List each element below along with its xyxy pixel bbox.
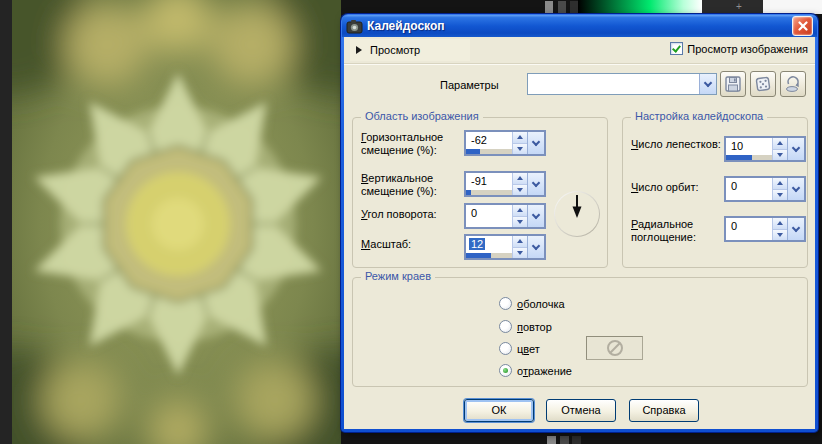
combo-dropdown-button[interactable] (699, 74, 716, 94)
slider-dropdown-button[interactable] (527, 132, 544, 154)
spin-up-button[interactable] (513, 173, 527, 185)
orbit-count-spinner[interactable]: 0 (724, 176, 806, 202)
down-arrow-icon (777, 153, 783, 157)
radio-reflect[interactable]: отражение (499, 363, 572, 378)
value-slider-fill (466, 190, 471, 195)
randomize-button[interactable] (750, 71, 776, 97)
value-slider-track[interactable] (466, 149, 512, 154)
plus-icon: + (736, 1, 742, 13)
dice-icon (754, 75, 772, 93)
ok-button[interactable]: ОК (464, 399, 534, 422)
spin-down-button[interactable] (513, 144, 527, 155)
edge-color-swatch[interactable] (586, 336, 643, 360)
edge-mode-group: Режим краев оболочка повтор цвет отражен… (352, 277, 808, 387)
radio-icon[interactable] (499, 342, 512, 355)
radio-repeat-label: повтор (517, 321, 552, 333)
down-arrow-icon (517, 147, 523, 151)
angle-needle-icon (554, 191, 600, 237)
angle-dial[interactable] (554, 191, 600, 237)
up-arrow-icon (517, 208, 523, 212)
down-arrow-icon (777, 233, 783, 237)
group-title: Настройка калейдоскопа (631, 110, 767, 122)
down-arrow-icon (517, 188, 523, 192)
value-slider-track[interactable] (726, 155, 772, 160)
dialog-titlebar[interactable]: Калейдоскоп (342, 15, 817, 37)
preview-image-checkbox[interactable]: Просмотр изображения (670, 42, 808, 55)
slider-dropdown-button[interactable] (787, 138, 804, 160)
spin-down-button[interactable] (773, 150, 787, 161)
up-arrow-icon (517, 176, 523, 180)
preview-expander-label: Просмотр (370, 44, 420, 56)
rotation-angle-spinner[interactable]: 0 (464, 203, 546, 229)
field-value[interactable]: 0 (469, 207, 479, 219)
value-slider-track[interactable] (466, 190, 512, 195)
presets-combo-value[interactable] (528, 74, 699, 94)
radio-color-label: цвет (517, 343, 540, 355)
camera-icon (346, 19, 363, 34)
field-value[interactable]: 0 (729, 180, 739, 192)
up-arrow-icon (517, 135, 523, 139)
field-value[interactable]: 12 (469, 238, 485, 250)
field-value[interactable]: -91 (469, 175, 489, 187)
radial-suction-spinner[interactable]: 0 (724, 216, 806, 242)
group-title: Режим краев (361, 270, 435, 282)
radio-color[interactable]: цвет (499, 341, 540, 356)
slider-dropdown-button[interactable] (527, 205, 544, 227)
slider-dropdown-button[interactable] (787, 178, 804, 200)
reset-button[interactable] (780, 71, 806, 97)
presets-label: Параметры (440, 79, 522, 91)
chevron-down-icon (792, 143, 800, 151)
slider-dropdown-button[interactable] (527, 173, 544, 195)
app-background-bottom (341, 432, 822, 444)
help-button[interactable]: Справка (629, 399, 699, 422)
slider-dropdown-button[interactable] (527, 236, 544, 258)
kaleidoscope-dialog: Калейдоскоп Просмотр Просмотр изображени… (341, 14, 818, 432)
close-icon (798, 21, 808, 31)
preview-expander[interactable]: Просмотр (350, 39, 470, 61)
radio-icon[interactable] (499, 297, 512, 310)
spin-down-button[interactable] (513, 217, 527, 228)
spin-up-button[interactable] (773, 138, 787, 150)
petal-count-label: Число лепестков: (631, 138, 721, 151)
scale-spinner[interactable]: 12 (464, 234, 546, 260)
spin-down-button[interactable] (513, 248, 527, 259)
spin-up-button[interactable] (773, 218, 787, 230)
spin-down-button[interactable] (773, 190, 787, 201)
checkbox-icon[interactable] (670, 42, 683, 55)
field-value[interactable]: 0 (729, 220, 739, 232)
spin-up-button[interactable] (773, 178, 787, 190)
value-slider-track[interactable] (466, 253, 512, 258)
cancel-button[interactable]: Отмена (546, 399, 616, 422)
close-button[interactable] (792, 16, 813, 36)
toolbar-handle (570, 1, 578, 13)
radio-repeat[interactable]: повтор (499, 319, 552, 334)
down-arrow-icon (517, 220, 523, 224)
presets-combobox[interactable] (527, 73, 717, 95)
rotation-angle-label: Угол поворота: (361, 208, 461, 221)
statusbar-handle (547, 436, 556, 444)
spin-up-button[interactable] (513, 132, 527, 144)
chevron-down-icon (792, 223, 800, 231)
horizontal-offset-spinner[interactable]: -62 (464, 130, 546, 156)
spin-up-button[interactable] (513, 236, 527, 248)
radio-wrap[interactable]: оболочка (499, 296, 565, 311)
dialog-title: Калейдоскоп (367, 19, 792, 33)
vertical-offset-spinner[interactable]: -91 (464, 171, 546, 197)
spin-down-button[interactable] (773, 230, 787, 241)
check-mark-icon (672, 43, 681, 52)
value-slider-fill (466, 149, 480, 154)
spin-down-button[interactable] (513, 185, 527, 196)
reset-arrow-icon (784, 75, 802, 93)
chevron-down-icon (704, 78, 712, 86)
petal-count-spinner[interactable]: 10 (724, 136, 806, 162)
down-arrow-icon (517, 251, 523, 255)
slider-dropdown-button[interactable] (787, 218, 804, 240)
chevron-down-icon (532, 241, 540, 249)
spin-up-button[interactable] (513, 205, 527, 217)
radio-icon[interactable] (499, 320, 512, 333)
chevron-down-icon (532, 210, 540, 218)
field-value[interactable]: 10 (729, 140, 745, 152)
radio-icon[interactable] (499, 364, 512, 377)
field-value[interactable]: -62 (469, 134, 489, 146)
save-preset-button[interactable] (720, 71, 746, 97)
